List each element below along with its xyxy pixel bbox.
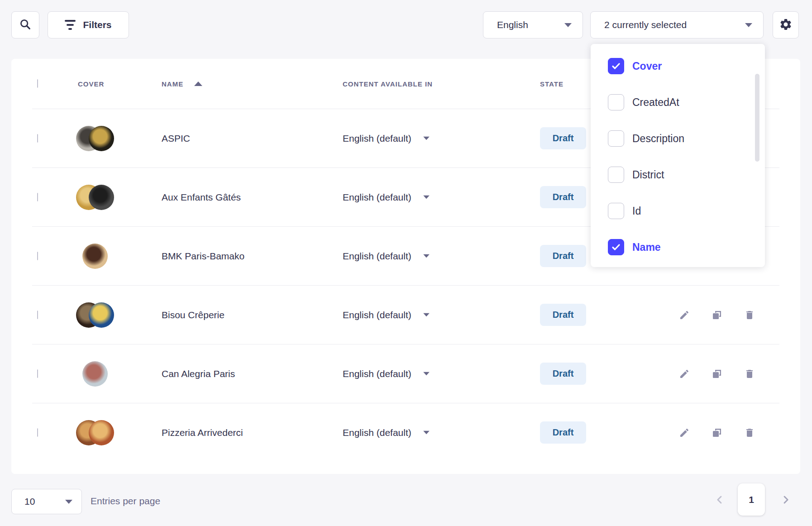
locale-cell[interactable]: English (default) <box>343 251 540 262</box>
delete-button[interactable] <box>744 368 755 379</box>
cover-cell <box>76 361 114 387</box>
status-badge: Draft <box>540 363 586 385</box>
status-badge: Draft <box>540 186 586 208</box>
pencil-icon <box>679 368 690 379</box>
search-button[interactable] <box>11 11 39 38</box>
next-page-button[interactable] <box>779 493 792 506</box>
filters-button-label: Filters <box>83 19 111 30</box>
previous-page-button[interactable] <box>713 493 726 506</box>
duplicate-icon <box>712 368 722 379</box>
checkbox[interactable] <box>608 203 624 219</box>
cover-avatar <box>82 361 108 387</box>
column-option-label: CreatedAt <box>632 96 679 109</box>
column-option[interactable]: District <box>591 157 765 193</box>
status-badge: Draft <box>540 127 586 149</box>
locale-value: English (default) <box>343 310 411 320</box>
locale-value: English (default) <box>343 427 411 438</box>
row-checkbox[interactable] <box>37 428 38 437</box>
locale-cell[interactable]: English (default) <box>343 310 540 320</box>
trash-icon <box>744 310 755 320</box>
column-option-list: Cover CreatedAt Description <box>591 48 765 265</box>
locale-value: English (default) <box>343 133 411 144</box>
cover-cell <box>76 126 114 151</box>
page-size-select[interactable]: 10 <box>11 489 82 514</box>
column-option-label: Cover <box>632 60 662 72</box>
duplicate-icon <box>712 310 722 320</box>
column-visibility-dropdown: Cover CreatedAt Description <box>591 44 765 267</box>
duplicate-icon <box>712 427 722 438</box>
checkbox[interactable] <box>608 167 624 183</box>
column-option[interactable]: Cover <box>591 48 765 84</box>
chevron-down-icon <box>745 23 752 27</box>
chevron-down-icon <box>423 196 430 199</box>
cover-cell <box>76 302 114 328</box>
checkbox[interactable] <box>608 94 624 110</box>
delete-button[interactable] <box>744 310 755 320</box>
cover-avatar <box>89 185 114 210</box>
cover-cell <box>76 185 114 210</box>
entry-name: Aux Enfants Gâtés <box>162 192 343 203</box>
cover-cell <box>76 244 114 269</box>
column-header-cover: COVER <box>76 80 162 88</box>
cover-avatar <box>82 244 108 269</box>
filters-button[interactable]: Filters <box>48 11 129 38</box>
edit-button[interactable] <box>679 310 690 320</box>
scrollbar-thumb[interactable] <box>755 74 759 162</box>
row-checkbox[interactable] <box>37 134 38 143</box>
delete-button[interactable] <box>744 427 755 438</box>
entries-per-page-label: Entries per page <box>91 496 160 507</box>
duplicate-button[interactable] <box>712 427 722 438</box>
table-row: Pizzeria Arrivederci English (default) D… <box>32 403 779 462</box>
locale-cell[interactable]: English (default) <box>343 192 540 203</box>
row-checkbox[interactable] <box>37 252 38 260</box>
gear-icon <box>779 18 793 33</box>
page-size-value: 10 <box>24 496 35 507</box>
column-option[interactable]: CreatedAt <box>591 84 765 120</box>
locale-cell[interactable]: English (default) <box>343 368 540 379</box>
column-header-content-available-in: CONTENT AVAILABLE IN <box>343 80 540 88</box>
search-icon <box>19 18 32 32</box>
entry-name: Can Alegria Paris <box>162 368 343 379</box>
row-checkbox[interactable] <box>37 369 38 378</box>
status-badge: Draft <box>540 421 586 444</box>
column-option-label: Id <box>632 205 641 217</box>
entry-name: Pizzeria Arrivederci <box>162 427 343 438</box>
column-select-value: 2 currently selected <box>604 19 687 30</box>
settings-button[interactable] <box>773 11 799 38</box>
chevron-down-icon <box>564 23 572 27</box>
locale-select[interactable]: English <box>483 11 583 38</box>
select-all-checkbox[interactable] <box>37 79 38 88</box>
cover-avatar <box>89 126 114 151</box>
status-badge: Draft <box>540 304 586 326</box>
checkbox[interactable] <box>608 58 624 74</box>
sort-ascending-icon <box>194 81 202 86</box>
column-option[interactable]: Name <box>591 229 765 265</box>
duplicate-button[interactable] <box>712 368 722 379</box>
edit-button[interactable] <box>679 427 690 438</box>
column-header-name[interactable]: NAME <box>162 80 343 88</box>
entry-name: BMK Paris-Bamako <box>162 251 343 262</box>
pencil-icon <box>679 427 690 438</box>
column-option[interactable]: Description <box>591 120 765 157</box>
entry-name: ASPIC <box>162 133 343 144</box>
edit-button[interactable] <box>679 368 690 379</box>
locale-value: English (default) <box>343 192 411 203</box>
page-1-button[interactable]: 1 <box>738 483 765 516</box>
row-checkbox[interactable] <box>37 311 38 319</box>
duplicate-button[interactable] <box>712 310 722 320</box>
locale-cell[interactable]: English (default) <box>343 427 540 438</box>
locale-value: English (default) <box>343 251 411 262</box>
column-visibility-select[interactable]: 2 currently selected <box>590 11 764 38</box>
locale-cell[interactable]: English (default) <box>343 133 540 144</box>
checkbox[interactable] <box>608 130 624 147</box>
pencil-icon <box>679 310 690 320</box>
chevron-down-icon <box>423 137 430 140</box>
trash-icon <box>744 427 755 438</box>
column-option[interactable]: Id <box>591 193 765 229</box>
locale-value: English (default) <box>343 368 411 379</box>
checkbox[interactable] <box>608 239 624 255</box>
checkmark-icon <box>611 242 621 253</box>
column-option-label: District <box>632 169 664 181</box>
entry-name: Bisou Crêperie <box>162 310 343 320</box>
row-checkbox[interactable] <box>37 193 38 201</box>
